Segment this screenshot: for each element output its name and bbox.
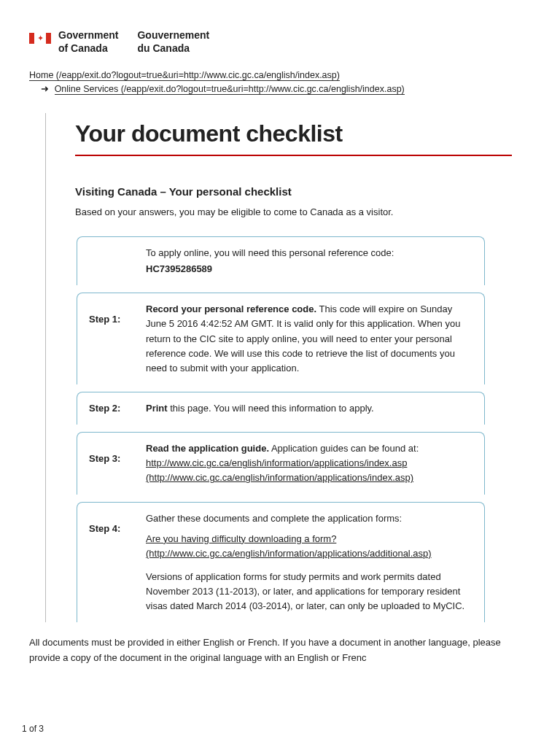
step-4-line3: Versions of application forms for study … (146, 570, 472, 614)
step-4-line1: Gather these documents and complete the … (146, 511, 472, 526)
step-2-rest: this page. You will need this informatio… (168, 403, 374, 414)
main-content: Your document checklist Visiting Canada … (45, 113, 512, 622)
gov-en-line2: of Canada (58, 42, 118, 55)
step-4-box: Step 4: Gather these documents and compl… (77, 502, 485, 623)
step-2-box: Step 2: Print this page. You will need t… (77, 392, 485, 425)
canada-flag-icon: ✦ (29, 33, 51, 44)
step-3-body: Read the application guide. Application … (146, 441, 472, 485)
step-3-bold: Read the application guide. (146, 443, 269, 454)
reference-code: HC7395286589 (146, 262, 472, 276)
gov-en-line1: Government (58, 29, 118, 42)
page-title: Your document checklist (75, 120, 512, 147)
step-1-box: Step 1: Record your personal reference c… (77, 293, 485, 384)
gov-wordmark: Government of Canada Gouvernement du Can… (58, 29, 209, 55)
intro-text: Based on your answers, you may be eligib… (75, 206, 512, 217)
step-3-link[interactable]: http://www.cic.gc.ca/english/information… (146, 457, 413, 483)
breadcrumb-arrow-icon: ➜ (41, 83, 49, 94)
step-4-label: Step 4: (89, 511, 133, 614)
step-3-label: Step 3: (89, 441, 133, 485)
reference-code-box: To apply online, you will need this pers… (77, 236, 485, 285)
step-3-rest: Application guides can be found at: (269, 443, 419, 454)
step-4-link[interactable]: Are you having difficulty downloading a … (146, 533, 432, 559)
refbox-label-blank (89, 246, 133, 276)
step-2-label: Step 2: (89, 401, 133, 416)
gov-fr-line2: du Canada (137, 42, 209, 55)
page-subtitle: Visiting Canada – Your personal checklis… (75, 185, 512, 198)
step-2-bold: Print (146, 403, 168, 414)
step-1-label: Step 1: (89, 302, 133, 376)
breadcrumb-online-services[interactable]: Online Services (/eapp/exit.do?logout=tr… (55, 84, 405, 95)
step-4-body: Gather these documents and complete the … (146, 511, 472, 614)
gov-fr-line1: Gouvernement (137, 29, 209, 42)
page-number: 1 of 3 (22, 724, 44, 734)
title-divider (75, 155, 512, 156)
refbox-prompt: To apply online, you will need this pers… (146, 246, 472, 260)
step-3-box: Step 3: Read the application guide. Appl… (77, 432, 485, 494)
breadcrumb-home[interactable]: Home (/eapp/exit.do?logout=true&uri=http… (29, 70, 340, 81)
step-1-bold: Record your personal reference code. (146, 303, 316, 314)
step-1-body: Record your personal reference code. Thi… (146, 302, 472, 376)
gov-header: ✦ Government of Canada Gouvernement du C… (29, 29, 538, 55)
step-2-body: Print this page. You will need this info… (146, 401, 472, 416)
footer-note: All documents must be provided in either… (29, 635, 510, 665)
